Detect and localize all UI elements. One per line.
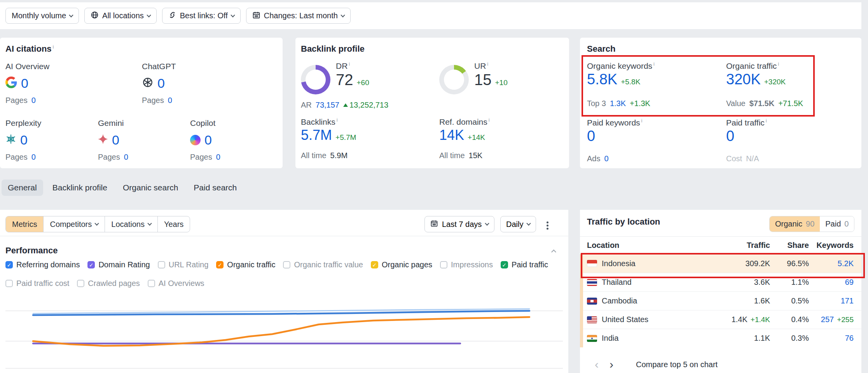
dr-change: +60 bbox=[357, 78, 369, 87]
organic-paid-toggle: Organic90 Paid0 bbox=[769, 216, 854, 232]
tab-organic-search[interactable]: Organic search bbox=[117, 180, 184, 196]
paid-keywords-value-link[interactable]: 0 bbox=[587, 128, 595, 145]
info-icon[interactable]: i bbox=[778, 61, 779, 67]
cost-value: N/A bbox=[746, 154, 759, 163]
date-range-dropdown[interactable]: Last 7 days bbox=[424, 216, 494, 232]
column-keywords[interactable]: Keywords bbox=[809, 241, 854, 250]
info-icon[interactable]: i bbox=[641, 118, 643, 124]
granularity-dropdown[interactable]: Daily bbox=[500, 216, 536, 232]
best-links-dropdown[interactable]: Best links: Off bbox=[162, 8, 241, 24]
compare-top5-button[interactable]: Compare top 5 on chart bbox=[636, 360, 718, 369]
info-icon[interactable]: i bbox=[53, 44, 54, 50]
more-options-kebab-menu[interactable] bbox=[547, 220, 548, 231]
metric-checkbox-crawled-pages[interactable]: Crawled pages bbox=[77, 279, 140, 288]
chevron-down-icon bbox=[231, 13, 235, 17]
table-row-thailand[interactable]: Thailand 3.6K 1.1% 69 bbox=[580, 273, 861, 291]
metric-checkbox-impressions[interactable]: Impressions bbox=[440, 260, 493, 269]
monthly-volume-dropdown[interactable]: Monthly volume bbox=[5, 8, 79, 24]
keywords-cell-link[interactable]: 257+255 bbox=[809, 315, 854, 324]
keywords-cell-link[interactable]: 171 bbox=[809, 296, 854, 305]
table-row-cambodia[interactable]: Cambodia 1.6K 0.5% 171 bbox=[580, 291, 861, 310]
column-location[interactable]: Location bbox=[587, 241, 698, 250]
paid-traffic-value-link[interactable]: 0 bbox=[726, 128, 734, 145]
top3-value-link[interactable]: 1.3K bbox=[610, 99, 626, 108]
segment-locations[interactable]: Locations bbox=[105, 216, 157, 232]
column-traffic[interactable]: Traffic bbox=[698, 241, 770, 250]
traffic-by-location-panel: Traffic by location Organic90 Paid0 Loca… bbox=[580, 210, 861, 373]
table-row-united-states[interactable]: United States 1.4K+1.4K 0.4% 257+255 bbox=[580, 310, 861, 329]
segment-metrics[interactable]: Metrics bbox=[6, 216, 43, 232]
metric-checkbox-organic-traffic[interactable]: ✓Organic traffic bbox=[216, 260, 275, 269]
checkbox-checked-icon: ✓ bbox=[216, 261, 224, 268]
keywords-cell-link[interactable]: 76 bbox=[809, 334, 854, 343]
location-name: India bbox=[602, 334, 618, 343]
all-locations-dropdown[interactable]: All locations bbox=[84, 8, 157, 24]
info-icon[interactable]: i bbox=[337, 117, 338, 123]
ads-value-link[interactable]: 0 bbox=[604, 154, 608, 163]
info-icon[interactable]: i bbox=[766, 118, 767, 124]
ur-donut-chart bbox=[439, 65, 469, 94]
pages-value-link[interactable]: 0 bbox=[124, 153, 128, 162]
column-share[interactable]: Share bbox=[770, 241, 809, 250]
gemini-value[interactable]: 0 bbox=[112, 132, 119, 148]
tab-general[interactable]: General bbox=[2, 180, 43, 196]
metric-checkbox-organic-traffic-value[interactable]: Organic traffic value bbox=[283, 260, 363, 269]
segment-competitors[interactable]: Competitors bbox=[43, 216, 105, 232]
info-icon[interactable]: i bbox=[653, 61, 655, 67]
location-name: Cambodia bbox=[602, 296, 637, 305]
toggle-paid[interactable]: Paid0 bbox=[820, 216, 854, 232]
metric-checkbox-organic-pages[interactable]: ✓Organic pages bbox=[371, 260, 432, 269]
info-icon[interactable]: i bbox=[487, 61, 488, 67]
previous-page-arrow[interactable]: ‹ bbox=[592, 359, 601, 370]
metric-checkbox-paid-traffic-cost[interactable]: Paid traffic cost bbox=[5, 279, 69, 288]
share-cell: 0.3% bbox=[770, 334, 809, 343]
collapse-chevron-up-icon[interactable] bbox=[551, 249, 556, 254]
segment-years[interactable]: Years bbox=[157, 216, 190, 232]
organic-traffic-label: Organic traffici bbox=[726, 61, 779, 71]
metric-checkbox-referring-domains[interactable]: ✓Referring domains bbox=[5, 260, 80, 269]
metric-checkbox-url-rating[interactable]: URL Rating bbox=[158, 260, 209, 269]
checkbox-unchecked-icon bbox=[5, 280, 13, 287]
metric-checkbox-domain-rating[interactable]: ✓Domain Rating bbox=[87, 260, 150, 269]
flag-thailand-icon bbox=[587, 279, 597, 286]
copilot-block: Copilot 0 Pages0 bbox=[190, 119, 220, 162]
keywords-cell-link[interactable]: 5.2K bbox=[809, 259, 854, 268]
copilot-value[interactable]: 0 bbox=[204, 132, 212, 148]
next-page-arrow[interactable]: › bbox=[607, 359, 616, 370]
flag-india-icon bbox=[587, 335, 597, 342]
ai-overview-value[interactable]: 0 bbox=[21, 76, 28, 91]
organic-traffic-value-link[interactable]: 320K bbox=[726, 71, 761, 88]
ar-value-link[interactable]: 73,157 bbox=[316, 101, 339, 110]
ai-citations-card: AI citationsi AI Overview 0 Pages0 ChatG… bbox=[0, 38, 283, 168]
table-row-india[interactable]: India 1.1K 0.3% 76 bbox=[580, 329, 861, 347]
share-cell: 96.5% bbox=[770, 259, 809, 268]
chevron-down-icon bbox=[485, 221, 489, 225]
pages-value-link[interactable]: 0 bbox=[31, 96, 36, 105]
perplexity-value[interactable]: 0 bbox=[20, 132, 28, 148]
metric-checkbox-paid-traffic[interactable]: ✓Paid traffic bbox=[501, 260, 548, 269]
chatgpt-block: ChatGPT 0 Pages0 bbox=[142, 62, 176, 105]
tab-backlink-profile[interactable]: Backlink profile bbox=[46, 180, 114, 196]
toggle-organic[interactable]: Organic90 bbox=[770, 216, 820, 232]
chatgpt-value[interactable]: 0 bbox=[157, 76, 165, 91]
changes-dropdown[interactable]: Changes: Last month bbox=[246, 8, 351, 24]
organic-keywords-change: +5.8K bbox=[621, 78, 640, 86]
granularity-label: Daily bbox=[506, 220, 523, 229]
ref-domains-value-link[interactable]: 14K bbox=[439, 127, 464, 143]
checkbox-unchecked-icon bbox=[158, 261, 165, 268]
keywords-cell-link[interactable]: 69 bbox=[809, 278, 854, 287]
organic-keywords-value-link[interactable]: 5.8K bbox=[587, 71, 617, 88]
flag-indonesia-icon bbox=[587, 260, 597, 267]
pages-value-link[interactable]: 0 bbox=[216, 153, 220, 162]
search-title: Search bbox=[587, 44, 615, 54]
metric-checkbox-ai-overviews[interactable]: AI Overviews bbox=[148, 279, 204, 288]
info-icon[interactable]: i bbox=[349, 61, 350, 67]
info-icon[interactable]: i bbox=[489, 117, 490, 123]
pages-value-link[interactable]: 0 bbox=[168, 96, 172, 105]
gemini-block: Gemini 0 Pages0 bbox=[98, 119, 128, 162]
pages-value-link[interactable]: 0 bbox=[31, 153, 36, 162]
table-row-indonesia[interactable]: Indonesia 309.2K 96.5% 5.2K bbox=[580, 254, 861, 273]
gemini-icon bbox=[98, 134, 108, 146]
backlinks-value-link[interactable]: 5.7M bbox=[301, 127, 332, 143]
tab-paid-search[interactable]: Paid search bbox=[187, 180, 243, 196]
